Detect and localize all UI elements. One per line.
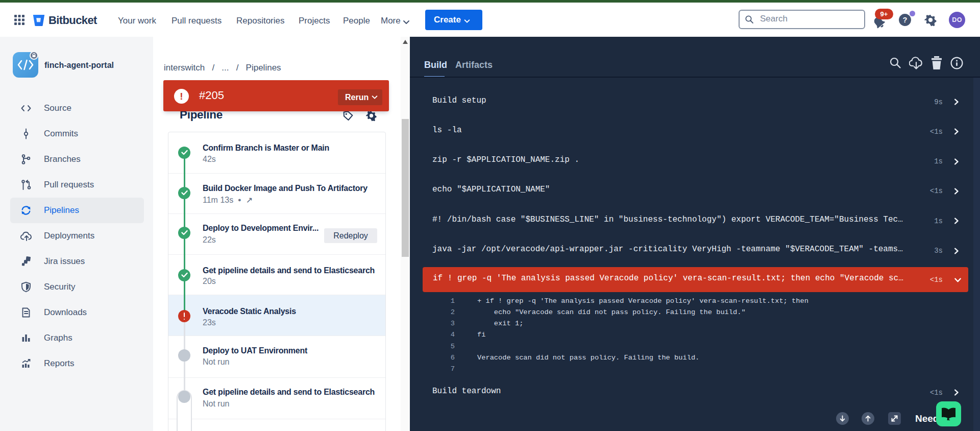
svg-text:?: ? bbox=[903, 16, 908, 24]
